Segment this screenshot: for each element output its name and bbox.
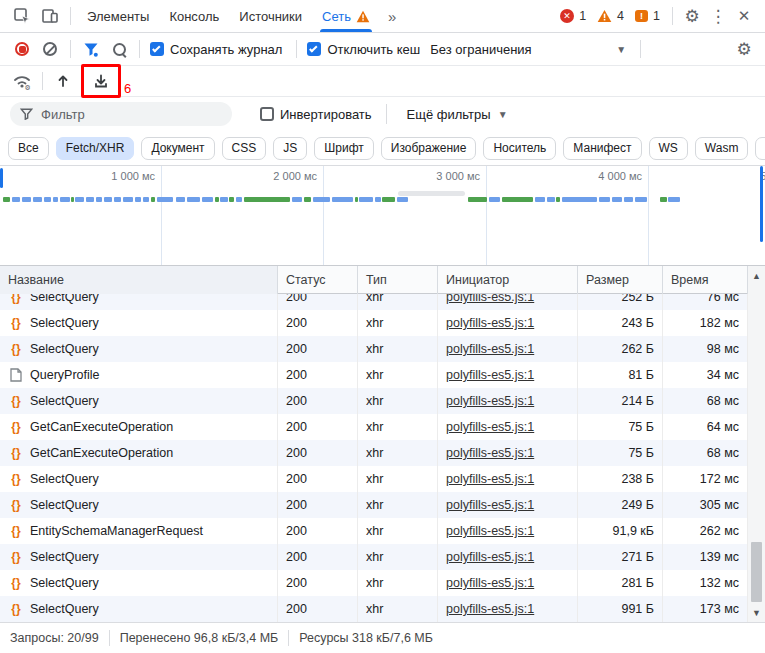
table-row[interactable]: {}SelectQuery200xhrpolyfills-es5.js:1214…: [0, 388, 748, 414]
inspect-element-icon[interactable]: [8, 3, 36, 29]
table-row[interactable]: {}SelectQuery200xhrpolyfills-es5.js:1238…: [0, 466, 748, 492]
table-row[interactable]: {}SelectQuery200xhrpolyfills-es5.js:1271…: [0, 544, 748, 570]
error-badge-icon[interactable]: ✕: [560, 9, 574, 23]
filter-chip[interactable]: WS: [649, 137, 688, 160]
requests-summary: Запросы: 20/99: [10, 631, 99, 645]
filter-chip[interactable]: Изображение: [381, 137, 477, 160]
column-header[interactable]: Инициатор: [438, 266, 578, 294]
network-overview-timeline[interactable]: 1 000 мс2 000 мс3 000 мс4 000 мс5 000 мс: [0, 166, 765, 265]
filter-chip[interactable]: Шрифт: [314, 137, 373, 160]
overview-request-segment: [86, 197, 94, 202]
three-dot-menu-icon[interactable]: ⋮: [705, 3, 731, 29]
settings-gear-icon[interactable]: ⚙: [679, 3, 705, 29]
checkbox-checked-icon[interactable]: [150, 42, 164, 56]
table-row[interactable]: {}SelectQuery200xhrpolyfills-es5.js:1262…: [0, 336, 748, 362]
initiator-link[interactable]: polyfills-es5.js:1: [446, 498, 534, 512]
scroll-down-icon[interactable]: ▼: [748, 605, 765, 621]
import-har-icon[interactable]: [49, 68, 77, 94]
preserve-log-checkbox[interactable]: Сохранять журнал: [150, 42, 282, 57]
filter-chip[interactable]: CSS: [222, 137, 267, 160]
warning-badge-icon[interactable]: [597, 9, 612, 23]
checkbox-unchecked-icon[interactable]: [260, 107, 274, 121]
table-row[interactable]: {}SelectQuery200xhrpolyfills-es5.js:1243…: [0, 310, 748, 336]
initiator-link[interactable]: polyfills-es5.js:1: [446, 446, 534, 460]
filter-chip[interactable]: Носитель: [483, 137, 556, 160]
disable-cache-checkbox[interactable]: Отключить кеш: [307, 42, 420, 57]
document-icon: [8, 368, 24, 382]
filter-chip[interactable]: Wasm: [695, 137, 749, 160]
table-row[interactable]: QueryProfile200xhrpolyfills-es5.js:181 Б…: [0, 362, 748, 388]
initiator-link[interactable]: polyfills-es5.js:1: [446, 472, 534, 486]
filter-chip[interactable]: Др: [755, 137, 765, 160]
table-row[interactable]: {}SelectQuery200xhrpolyfills-es5.js:1991…: [0, 596, 748, 622]
column-header[interactable]: Статус: [278, 266, 358, 294]
column-header[interactable]: Название: [0, 266, 278, 294]
type-cell: xhr: [358, 518, 438, 544]
column-header[interactable]: Время: [663, 266, 748, 294]
table-row[interactable]: {}GetCanExecuteOperation200xhrpolyfills-…: [0, 414, 748, 440]
tab-label: Консоль: [169, 9, 219, 24]
clear-network-log-icon[interactable]: [36, 36, 64, 62]
filter-chip[interactable]: Манифест: [563, 137, 641, 160]
issues-badge-icon[interactable]: !: [635, 10, 648, 22]
filter-chip[interactable]: Документ: [141, 137, 214, 160]
initiator-link[interactable]: polyfills-es5.js:1: [446, 420, 534, 434]
divider: [139, 40, 140, 58]
devtools-tab[interactable]: Сеть: [312, 0, 380, 32]
column-header[interactable]: Размер: [578, 266, 663, 294]
initiator-link[interactable]: polyfills-es5.js:1: [446, 294, 534, 304]
overview-left-handle[interactable]: [0, 168, 3, 188]
column-header[interactable]: Тип: [358, 266, 438, 294]
table-row[interactable]: {}GetCanExecuteOperation200xhrpolyfills-…: [0, 440, 748, 466]
time-cell: 68 мс: [663, 440, 748, 466]
scroll-up-icon[interactable]: ▲: [748, 268, 765, 284]
overview-request-segment: [71, 197, 74, 202]
overview-request-segment: [355, 197, 358, 202]
time-cell: 172 мс: [663, 466, 748, 492]
devtools-tab[interactable]: Консоль: [159, 0, 229, 32]
devtools-tab[interactable]: Элементы: [77, 0, 159, 32]
request-name: SelectQuery: [30, 316, 99, 330]
search-icon[interactable]: [105, 36, 133, 62]
throttling-dropdown[interactable]: Без ограничения ▼: [430, 42, 626, 57]
network-settings-gear-icon[interactable]: ⚙: [731, 36, 757, 62]
overview-request-segment: [468, 197, 487, 202]
overview-request-segment: [176, 197, 185, 202]
close-icon[interactable]: ✕: [731, 3, 757, 29]
scrollbar-thumb[interactable]: [751, 542, 762, 602]
more-tabs-button[interactable]: »: [380, 8, 402, 25]
table-row[interactable]: {}EntitySchemaManagerRequest200xhrpolyfi…: [0, 518, 748, 544]
checkbox-checked-icon[interactable]: [307, 42, 321, 56]
record-network-log-icon[interactable]: [8, 36, 36, 62]
filter-funnel-icon[interactable]: [77, 36, 105, 62]
divider: [70, 40, 71, 58]
overview-right-handle[interactable]: [760, 166, 763, 242]
filter-chip[interactable]: Все: [8, 137, 49, 160]
timeline-tick-label: 2 000 мс: [237, 170, 317, 182]
chevron-down-icon: ▼: [498, 109, 508, 120]
table-row[interactable]: {}SelectQuery200xhrpolyfills-es5.js:1281…: [0, 570, 748, 596]
initiator-link[interactable]: polyfills-es5.js:1: [446, 316, 534, 330]
initiator-link[interactable]: polyfills-es5.js:1: [446, 342, 534, 356]
table-row[interactable]: {}SelectQuery200xhrpolyfills-es5.js:1252…: [0, 294, 748, 310]
initiator-link[interactable]: polyfills-es5.js:1: [446, 368, 534, 382]
device-toolbar-icon[interactable]: [36, 3, 64, 29]
invert-checkbox[interactable]: Инвертировать: [260, 107, 372, 122]
filter-chip[interactable]: JS: [273, 137, 307, 160]
initiator-link[interactable]: polyfills-es5.js:1: [446, 524, 534, 538]
initiator-cell: polyfills-es5.js:1: [438, 466, 578, 492]
initiator-link[interactable]: polyfills-es5.js:1: [446, 602, 534, 616]
export-har-icon[interactable]: [87, 68, 115, 94]
table-scrollbar[interactable]: ▲ ▼: [748, 265, 765, 622]
initiator-link[interactable]: polyfills-es5.js:1: [446, 550, 534, 564]
preserve-log-label: Сохранять журнал: [170, 42, 282, 57]
requests-table: {}SelectQuery200xhrpolyfills-es5.js:1252…: [0, 294, 748, 622]
table-row[interactable]: {}SelectQuery200xhrpolyfills-es5.js:1249…: [0, 492, 748, 518]
filter-input[interactable]: Фильтр: [10, 102, 232, 126]
filter-chip[interactable]: Fetch/XHR: [56, 137, 135, 160]
network-conditions-icon[interactable]: ⚙: [8, 68, 36, 94]
devtools-tab[interactable]: Источники: [229, 0, 312, 32]
more-filters-dropdown[interactable]: Ещё фильтры ▼: [407, 107, 508, 122]
initiator-link[interactable]: polyfills-es5.js:1: [446, 394, 534, 408]
initiator-link[interactable]: polyfills-es5.js:1: [446, 576, 534, 590]
